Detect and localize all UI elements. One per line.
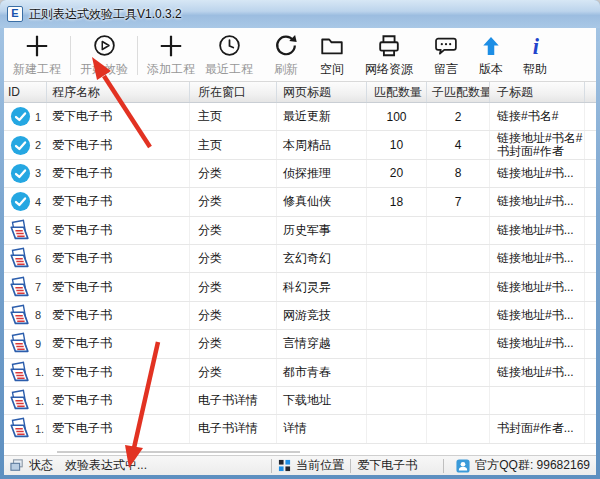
cell-sub-match-count: [427, 330, 490, 357]
cell-window: 主页: [190, 103, 277, 130]
refresh-button[interactable]: 刷新: [268, 30, 304, 81]
table-row[interactable]: 9 爱下电子书 分类 言情穿越 链接地址#书...: [4, 330, 596, 358]
table-row[interactable]: 4 爱下电子书 分类 修真仙侠 18 7 链接地址#书...: [4, 188, 596, 216]
network-resource-button[interactable]: 网络资源: [360, 30, 418, 81]
cell-window: 分类: [190, 273, 277, 300]
status-label: 状态: [29, 457, 53, 474]
space-button[interactable]: 空间: [314, 30, 350, 81]
toolbar: 新建工程 开始效验 添加工程: [4, 28, 596, 82]
cell-sub-match-count: [427, 302, 490, 329]
cell-page-title: 言情穿越: [277, 330, 367, 357]
plus-icon: [24, 31, 50, 60]
help-label: 帮助: [523, 61, 547, 78]
column-header-sub-match-count[interactable]: 子匹配数量: [427, 82, 490, 102]
status-bar: 状态 效验表达式中... 当前位置 爱下电子书: [4, 455, 596, 475]
table-row[interactable]: 1. 爱下电子书 电子书详情 详情 书封面#作者...: [4, 415, 596, 443]
cell-window: 分类: [190, 302, 277, 329]
cell-sub-title: 链接地址#书...: [497, 252, 574, 265]
status-message: 效验表达式中...: [59, 456, 271, 475]
cell-sub-title: 链接地址#书...: [497, 309, 574, 322]
column-header-sub-title[interactable]: 子标题: [490, 82, 585, 102]
cell-program-name: 爱下电子书: [47, 330, 190, 357]
cell-sub-title: 链接地址#书名#书封面#作者: [497, 132, 584, 158]
column-header-page-title[interactable]: 网页标题: [277, 82, 367, 102]
title-bar[interactable]: E 正则表达式效验工具V1.0.3.2: [0, 0, 600, 28]
row-id: 7: [35, 281, 41, 293]
cell-window: 分类: [190, 245, 277, 272]
refresh-label: 刷新: [274, 61, 298, 78]
table-row[interactable]: 2 爱下电子书 主页 本周精品 10 4 链接地址#书名#书封面#作者: [4, 131, 596, 159]
table-row[interactable]: 7 爱下电子书 分类 科幻灵异 链接地址#书...: [4, 273, 596, 301]
cell-page-title: 修真仙侠: [277, 188, 367, 215]
speech-bubble-icon: [433, 31, 459, 60]
message-label: 留言: [434, 61, 458, 78]
message-button[interactable]: 留言: [428, 30, 464, 81]
up-arrow-icon: [479, 31, 503, 60]
cell-sub-title: 书封面#作者...: [497, 422, 574, 435]
new-project-button[interactable]: 新建工程: [8, 30, 66, 81]
version-label: 版本: [479, 61, 503, 78]
status-icon: [10, 459, 24, 472]
cell-page-title: 详情: [277, 415, 367, 442]
cell-program-name: 爱下电子书: [47, 160, 190, 187]
current-position-value: 爱下电子书: [351, 456, 443, 475]
start-validate-button[interactable]: 开始效验: [75, 30, 133, 81]
cell-page-title: 最近更新: [277, 103, 367, 130]
recent-project-label: 最近工程: [205, 61, 253, 78]
window-title: 正则表达式效验工具V1.0.3.2: [29, 6, 182, 23]
table-body: 1 爱下电子书 主页 最近更新 100 2 链接#书名#: [4, 103, 596, 444]
app-icon: E: [7, 6, 23, 22]
cell-sub-match-count: [427, 359, 490, 386]
cell-sub-title: 链接地址#书...: [497, 281, 574, 294]
column-header-id[interactable]: ID: [4, 82, 47, 102]
plus-icon: [158, 31, 184, 60]
row-status-icon: [8, 247, 32, 271]
cell-program-name: 爱下电子书: [47, 273, 190, 300]
table-row[interactable]: 8 爱下电子书 分类 网游竞技 链接地址#书...: [4, 302, 596, 330]
add-project-button[interactable]: 添加工程: [142, 30, 200, 81]
cell-sub-match-count: [427, 245, 490, 272]
row-id: 6: [35, 253, 41, 265]
recent-project-button[interactable]: 最近工程: [200, 30, 258, 81]
row-status-icon: [8, 133, 32, 157]
row-status-icon: [8, 360, 32, 384]
row-id: 1.: [35, 395, 44, 407]
column-header-match-count[interactable]: 匹配数量: [367, 82, 427, 102]
folder-icon: [319, 31, 345, 60]
cell-match-count: [367, 217, 427, 244]
row-status-icon: [8, 218, 32, 242]
row-id: 9: [35, 338, 41, 350]
row-id: 1.: [35, 366, 44, 378]
printer-icon: [376, 31, 402, 60]
cell-sub-match-count: [427, 387, 490, 414]
column-header-window[interactable]: 所在窗口: [190, 82, 277, 102]
row-id: 1.: [35, 423, 44, 435]
cell-window: 电子书详情: [190, 415, 277, 442]
cell-window: 分类: [190, 359, 277, 386]
table-row[interactable]: 1. 爱下电子书 电子书详情 下载地址: [4, 387, 596, 415]
table-row[interactable]: 1 爱下电子书 主页 最近更新 100 2 链接#书名#: [4, 103, 596, 131]
current-position-segment: 当前位置: [272, 456, 350, 475]
cell-window: 分类: [190, 188, 277, 215]
cell-page-title: 玄幻奇幻: [277, 245, 367, 272]
cell-page-title: 下载地址: [277, 387, 367, 414]
toolbar-separator: [137, 36, 138, 75]
version-button[interactable]: 版本: [474, 30, 508, 81]
cell-program-name: 爱下电子书: [47, 217, 190, 244]
table-row[interactable]: 3 爱下电子书 分类 侦探推理 20 8 链接地址#书...: [4, 160, 596, 188]
cell-window: 主页: [190, 131, 277, 158]
table-row[interactable]: 5 爱下电子书 分类 历史军事 链接地址#书...: [4, 217, 596, 245]
clock-icon: [217, 31, 242, 60]
cell-match-count: 100: [367, 103, 427, 130]
row-id: 4: [35, 196, 41, 208]
status-label-segment: 状态: [4, 456, 59, 475]
cell-match-count: [367, 245, 427, 272]
cell-page-title: 本周精品: [277, 131, 367, 158]
cell-sub-match-count: 4: [427, 131, 490, 158]
table-row[interactable]: 6 爱下电子书 分类 玄幻奇幻 链接地址#书...: [4, 245, 596, 273]
cell-page-title: 都市青春: [277, 359, 367, 386]
help-button[interactable]: i 帮助: [518, 30, 552, 81]
table-row[interactable]: 1. 爱下电子书 分类 都市青春 链接地址#书...: [4, 359, 596, 387]
add-project-label: 添加工程: [147, 61, 195, 78]
column-header-program-name[interactable]: 程序名称: [47, 82, 190, 102]
